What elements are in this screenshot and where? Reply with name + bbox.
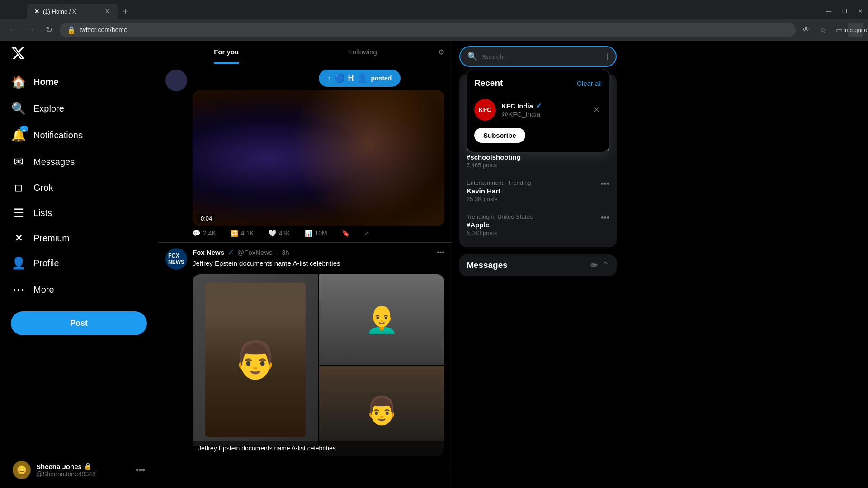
like-action[interactable]: 🤍 43K — [269, 230, 290, 237]
search-input[interactable] — [482, 53, 602, 61]
tweet-2-content: Fox News ✓ @FoxNews · 3h ••• Jeffrey Eps… — [193, 248, 444, 461]
trend-item-entertainment[interactable]: Entertainment · Trending Kevin Hart 25.3… — [459, 174, 617, 208]
trend-item-us[interactable]: Trending in United States #Apple 6,043 p… — [459, 208, 617, 242]
like-count: 43K — [279, 230, 290, 237]
new-tab-button[interactable]: + — [119, 6, 132, 17]
sidebar-item-explore[interactable]: 🔍 Explore — [5, 96, 152, 121]
media-cell-1: 👨 — [193, 274, 318, 446]
collapse-messages-icon[interactable]: ⌃ — [602, 260, 609, 271]
search-dropdown: Recent Clear all KFC KFC India ✓ @KFC_In… — [467, 69, 609, 152]
refresh-button[interactable]: ↻ — [42, 23, 56, 37]
more-label: More — [33, 285, 54, 295]
user-display-name: Sheena Jones 🔒 — [36, 462, 130, 470]
avatar: 😊 — [13, 461, 31, 479]
sidebar-item-home[interactable]: 🏠 Home — [5, 70, 152, 94]
user-info-section[interactable]: 😊 Sheena Jones 🔒 @SheenaJone49348 ••• — [5, 455, 152, 484]
reply-action[interactable]: 💬 2.4K — [193, 230, 216, 237]
media-grid: 👨 👨‍🦲 — [193, 274, 444, 456]
bookmark-action[interactable]: 🔖 — [342, 230, 349, 237]
trend-entertainment-more-icon[interactable]: ••• — [601, 179, 609, 189]
recent-verified-badge: ✓ — [536, 102, 542, 110]
sidebar-item-notifications[interactable]: 🔔 1 Notifications — [5, 123, 152, 148]
compose-message-icon[interactable]: ✏ — [590, 260, 598, 271]
x-logo[interactable] — [5, 41, 152, 68]
views-action[interactable]: 📊 10M — [305, 230, 327, 237]
settings-icon[interactable]: ⚙ — [431, 41, 452, 64]
app-container: 🏠 Home 🔍 Explore 🔔 1 Notifications ✉ Mes… — [0, 41, 868, 488]
nav-icons: 👁 ☆ ▭ Incognito — [799, 23, 863, 37]
tab-following[interactable]: Following — [295, 41, 431, 64]
retweet-action[interactable]: 🔁 4.1K — [231, 230, 254, 237]
verified-badge: ✓ — [228, 248, 234, 257]
user-more-icon[interactable]: ••• — [136, 465, 145, 475]
user-handle: @SheenaJone49348 — [36, 470, 130, 478]
eye-slash-icon[interactable]: 👁 — [799, 23, 814, 37]
address-lock-icon: 🔒 — [67, 26, 76, 34]
maximize-button[interactable]: ❐ — [837, 0, 853, 22]
subscribe-button[interactable]: Subscribe — [474, 128, 525, 143]
feed-header: For you Following ⚙ — [158, 41, 452, 64]
trend-us-more-icon[interactable]: ••• — [601, 213, 609, 223]
recent-item-close[interactable]: ✕ — [591, 103, 602, 117]
trend-entertainment-info: Entertainment · Trending Kevin Hart 25.3… — [467, 179, 595, 202]
messages-section: Messages ✏ ⌃ — [459, 254, 617, 276]
more-icon: ⋯ — [13, 283, 24, 297]
incognito-button[interactable]: Incognito — [848, 23, 863, 37]
back-button[interactable]: ← — [5, 23, 20, 37]
messages-label: Messages — [33, 157, 75, 167]
browser-chrome: ✕ (1) Home / X ✕ + — ❐ ✕ ← → ↻ 🔒 twitter… — [0, 0, 868, 41]
notifications-icon: 🔔 1 — [13, 128, 24, 142]
active-tab[interactable]: ✕ (1) Home / X ✕ — [27, 4, 118, 19]
tweet-row[interactable]: FOXNEWS Fox News ✓ @FoxNews · 3h ••• Jef… — [158, 243, 452, 467]
tweet-more-icon[interactable]: ••• — [437, 249, 444, 257]
reply-count: 2.4K — [203, 230, 216, 237]
tweet-2-author: Fox News — [193, 249, 224, 256]
minimize-button[interactable]: — — [821, 0, 837, 22]
clear-all-button[interactable]: Clear all — [577, 80, 602, 87]
tab-for-you[interactable]: For you — [158, 41, 295, 64]
sidebar: 🏠 Home 🔍 Explore 🔔 1 Notifications ✉ Mes… — [0, 41, 158, 488]
tweet-2-time-val: 3h — [282, 249, 289, 256]
post-button[interactable]: Post — [11, 311, 147, 335]
address-text: twitter.com/home — [80, 26, 788, 33]
search-input-wrapper[interactable]: 🔍 | — [459, 46, 617, 67]
grok-label: Grok — [33, 183, 53, 193]
feed-tabs: For you Following ⚙ — [158, 41, 452, 64]
dropdown-title: Recent — [474, 78, 503, 88]
tweet-2-header: Fox News ✓ @FoxNews · 3h ••• — [193, 248, 444, 257]
address-bar[interactable]: 🔒 twitter.com/home — [60, 23, 796, 37]
lists-icon: ☰ — [13, 206, 24, 220]
home-label: Home — [33, 77, 59, 87]
video-container[interactable]: 0:04 — [193, 90, 444, 226]
forward-button[interactable]: → — [24, 23, 38, 37]
media-caption: Jeffrey Epstein documents name A-list ce… — [193, 441, 444, 456]
video-timestamp: 0:04 — [198, 214, 215, 223]
tab-close-btn[interactable]: ✕ — [105, 8, 110, 15]
trend-us-category: Trending in United States — [467, 213, 595, 220]
lists-label: Lists — [33, 208, 52, 218]
grok-icon: ◻ — [13, 182, 24, 193]
bookmark-icon[interactable]: ☆ — [816, 23, 830, 37]
sidebar-item-lists[interactable]: ☰ Lists — [5, 201, 152, 225]
reply-icon: 💬 — [193, 230, 200, 237]
sidebar-item-more[interactable]: ⋯ More — [5, 277, 152, 302]
trend-entertainment-posts: 25.3K posts — [467, 196, 595, 202]
close-window-button[interactable]: ✕ — [853, 0, 868, 22]
messages-icons: ✏ ⌃ — [590, 260, 609, 271]
repost-indicator: ↑ 🔵 H 👤 posted — [193, 70, 444, 87]
recent-search-item[interactable]: KFC KFC India ✓ @KFC_India ✕ — [467, 94, 609, 126]
bookmark-icon: 🔖 — [342, 230, 349, 237]
navigation-bar: ← → ↻ 🔒 twitter.com/home 👁 ☆ ▭ Incognito — [0, 19, 868, 41]
retweet-icon: 🔁 — [231, 230, 238, 237]
sidebar-item-profile[interactable]: 👤 Profile — [5, 251, 152, 276]
share-action[interactable]: ↗ — [364, 230, 369, 237]
trend-politics-topic: #schoolshooting — [467, 153, 595, 161]
views-count: 10M — [315, 230, 327, 237]
sidebar-item-messages[interactable]: ✉ Messages — [5, 150, 152, 174]
tweet-row[interactable]: ↑ 🔵 H 👤 posted 0:04 — [158, 64, 452, 243]
sidebar-item-premium[interactable]: ✕ Premium — [5, 227, 152, 249]
tweet-1-content: ↑ 🔵 H 👤 posted 0:04 — [193, 70, 444, 237]
lock-icon: 🔒 — [84, 462, 92, 470]
video-placeholder: 0:04 — [193, 90, 444, 226]
sidebar-item-grok[interactable]: ◻ Grok — [5, 176, 152, 199]
